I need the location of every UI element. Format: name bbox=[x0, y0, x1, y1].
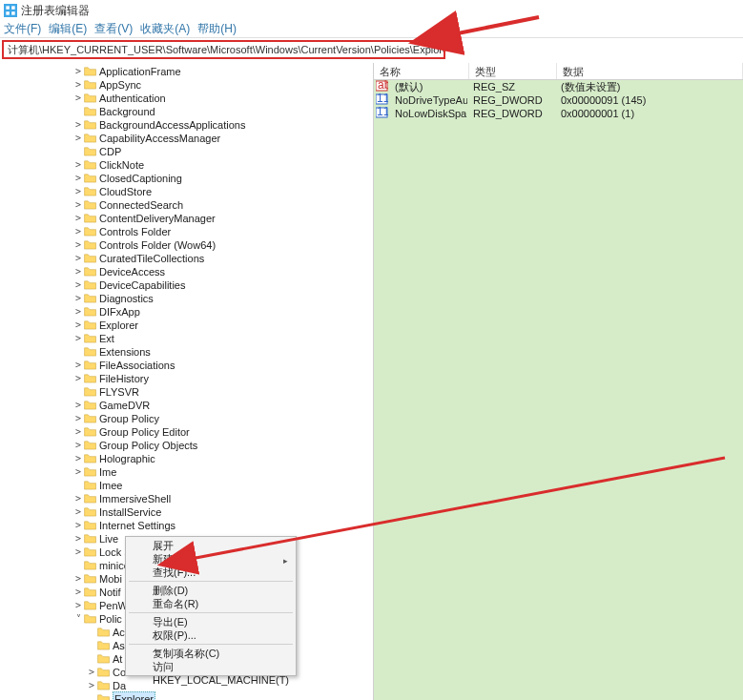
tree-item[interactable]: >DeviceAccess bbox=[0, 265, 253, 278]
expander-icon[interactable]: > bbox=[72, 292, 84, 305]
menu-view[interactable]: 查看(V) bbox=[94, 21, 133, 37]
tree-item[interactable]: >Controls Folder bbox=[0, 225, 253, 238]
menu-edit[interactable]: 编辑(E) bbox=[49, 21, 87, 37]
tree-item[interactable]: Imee bbox=[0, 479, 253, 492]
col-data[interactable]: 数据 bbox=[557, 63, 743, 79]
tree-item[interactable]: >Internet Settings bbox=[0, 519, 253, 532]
tree-item[interactable]: >ClosedCaptioning bbox=[0, 172, 253, 185]
expander-icon[interactable]: > bbox=[72, 532, 84, 546]
tree-item-label: CDP bbox=[99, 145, 121, 158]
expander-icon[interactable]: > bbox=[72, 238, 84, 252]
expander-icon[interactable]: > bbox=[72, 319, 84, 332]
expander-icon[interactable]: > bbox=[72, 198, 84, 212]
tree-item[interactable]: >Diagnostics bbox=[0, 292, 253, 305]
tree-item[interactable]: >AppSync bbox=[0, 78, 253, 92]
tree-item[interactable]: >Authentication bbox=[0, 92, 253, 105]
expander-icon[interactable]: > bbox=[72, 118, 84, 132]
expander-icon[interactable]: > bbox=[72, 332, 84, 345]
expander-icon[interactable]: > bbox=[72, 158, 84, 172]
tree-item[interactable]: >Group Policy Objects bbox=[0, 439, 253, 452]
tree-item[interactable]: CDP bbox=[0, 145, 253, 158]
tree-item[interactable]: >ContentDeliveryManager bbox=[0, 212, 253, 225]
menubar[interactable]: 文件(F) 编辑(E) 查看(V) 收藏夹(A) 帮助(H) bbox=[0, 21, 743, 38]
tree-item[interactable]: >FileAssociations bbox=[0, 359, 253, 372]
expander-icon[interactable]: > bbox=[72, 305, 84, 319]
tree-item[interactable]: >CuratedTileCollections bbox=[0, 252, 253, 265]
tree-item[interactable]: >FileHistory bbox=[0, 372, 253, 385]
expander-icon[interactable]: > bbox=[72, 546, 84, 559]
tree-item[interactable]: >ApplicationFrame bbox=[0, 65, 253, 78]
expander-icon[interactable]: > bbox=[72, 278, 84, 292]
expander-icon[interactable]: > bbox=[72, 492, 84, 505]
expander-icon[interactable]: > bbox=[72, 212, 84, 225]
menu-item[interactable]: 复制项名称(C) bbox=[128, 647, 294, 660]
expander-icon[interactable]: > bbox=[72, 586, 84, 599]
menu-item[interactable]: 查找(F)... bbox=[128, 566, 294, 579]
tree-item[interactable]: Extensions bbox=[0, 345, 253, 359]
expander-icon[interactable]: > bbox=[72, 452, 84, 465]
menu-item[interactable]: 权限(P)... bbox=[128, 628, 294, 642]
expander-icon[interactable]: > bbox=[72, 172, 84, 185]
expander-icon[interactable]: > bbox=[72, 505, 84, 519]
tree-item[interactable]: >Explorer bbox=[0, 319, 253, 332]
expander-icon[interactable]: > bbox=[72, 265, 84, 278]
tree-item[interactable]: Explorer bbox=[0, 692, 253, 700]
tree-item[interactable]: >GameDVR bbox=[0, 399, 253, 412]
tree-item[interactable]: >CloudStore bbox=[0, 185, 253, 198]
folder-icon bbox=[84, 226, 97, 237]
tree-item[interactable]: >Ime bbox=[0, 465, 253, 479]
expander-icon[interactable]: > bbox=[72, 65, 84, 78]
tree-item[interactable]: >Controls Folder (Wow64) bbox=[0, 238, 253, 252]
expander-icon[interactable]: > bbox=[72, 132, 84, 145]
context-menu[interactable]: 展开新建(N)▸查找(F)...删除(D)重命名(R)导出(E)权限(P)...… bbox=[125, 536, 297, 676]
menu-item[interactable]: 删除(D) bbox=[128, 584, 294, 597]
col-name[interactable]: 名称 bbox=[374, 63, 469, 79]
tree-item[interactable]: >ImmersiveShell bbox=[0, 492, 253, 505]
expander-icon[interactable]: > bbox=[72, 399, 84, 412]
expander-icon[interactable]: > bbox=[86, 666, 97, 679]
tree-item[interactable]: >InstallService bbox=[0, 505, 253, 519]
tree-item[interactable]: >ConnectedSearch bbox=[0, 198, 253, 212]
expander-icon[interactable]: > bbox=[72, 185, 84, 198]
tree-item[interactable]: >CapabilityAccessManager bbox=[0, 132, 253, 145]
tree-item[interactable]: >Group Policy Editor bbox=[0, 425, 253, 439]
expander-icon[interactable]: > bbox=[86, 679, 97, 692]
tree-item[interactable]: >DIFxApp bbox=[0, 305, 253, 319]
expander-icon[interactable]: > bbox=[72, 359, 84, 372]
expander-icon[interactable]: > bbox=[72, 78, 84, 92]
expander-icon[interactable]: > bbox=[72, 252, 84, 265]
expander-icon[interactable]: > bbox=[72, 372, 84, 385]
menu-file[interactable]: 文件(F) bbox=[4, 21, 41, 37]
expander-icon[interactable]: ˅ bbox=[72, 612, 84, 626]
expander-icon[interactable]: > bbox=[72, 92, 84, 105]
menu-item[interactable]: 新建(N)▸ bbox=[128, 552, 294, 566]
expander-icon[interactable]: > bbox=[72, 425, 84, 439]
expander-icon[interactable]: > bbox=[72, 465, 84, 479]
expander-icon[interactable]: > bbox=[72, 439, 84, 452]
address-bar[interactable]: 计算机\HKEY_CURRENT_USER\Software\Microsoft… bbox=[2, 40, 445, 59]
value-pane[interactable]: 名称 类型 数据 (默认)REG_SZ(数值未设置)NoDriveTypeAu.… bbox=[374, 63, 743, 700]
expander-icon[interactable]: > bbox=[72, 599, 84, 612]
value-row[interactable]: NoLowDiskSpa...REG_DWORD0x00000001 (1) bbox=[374, 107, 743, 120]
menu-favorites[interactable]: 收藏夹(A) bbox=[140, 21, 190, 37]
menu-item[interactable]: 重命名(R) bbox=[128, 597, 294, 610]
tree-item[interactable]: >Holographic bbox=[0, 452, 253, 465]
tree-item[interactable]: >Ext bbox=[0, 332, 253, 345]
tree-item[interactable]: >DeviceCapabilities bbox=[0, 278, 253, 292]
value-row[interactable]: NoDriveTypeAu...REG_DWORD0x00000091 (145… bbox=[374, 93, 743, 107]
menu-item[interactable]: 导出(E) bbox=[128, 615, 294, 628]
tree-item[interactable]: FLYSVR bbox=[0, 385, 253, 399]
expander-icon[interactable]: > bbox=[72, 412, 84, 425]
col-type[interactable]: 类型 bbox=[469, 63, 557, 79]
tree-item[interactable]: >Group Policy bbox=[0, 412, 253, 425]
tree-item[interactable]: >BackgroundAccessApplications bbox=[0, 118, 253, 132]
menu-help[interactable]: 帮助(H) bbox=[197, 21, 237, 37]
expander-icon[interactable]: > bbox=[72, 572, 84, 586]
menu-item[interactable]: 展开 bbox=[128, 539, 294, 552]
menu-item[interactable]: 访问 HKEY_LOCAL_MACHINE(T) bbox=[128, 660, 294, 673]
expander-icon[interactable]: > bbox=[72, 519, 84, 532]
tree-item[interactable]: >ClickNote bbox=[0, 158, 253, 172]
expander-icon[interactable]: > bbox=[72, 225, 84, 238]
tree-item[interactable]: Background bbox=[0, 105, 253, 118]
value-row[interactable]: (默认)REG_SZ(数值未设置) bbox=[374, 80, 743, 93]
